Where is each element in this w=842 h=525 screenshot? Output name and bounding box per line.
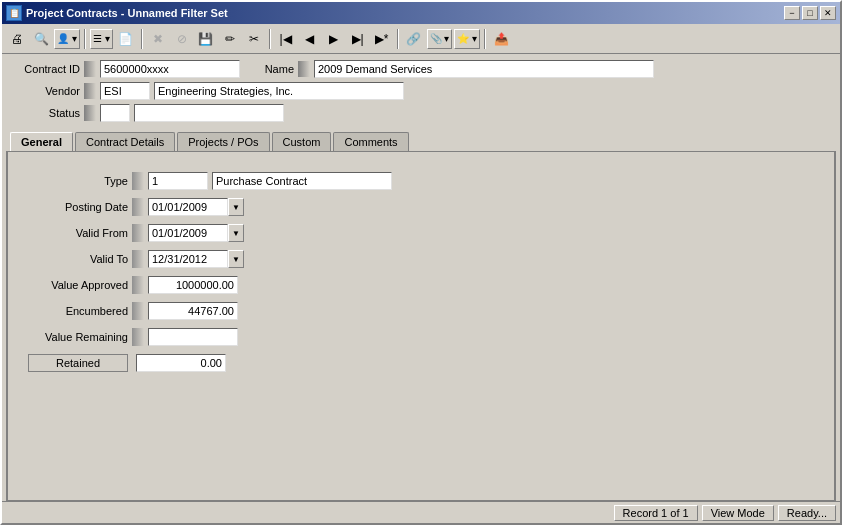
minimize-button[interactable]: − — [784, 6, 800, 20]
title-bar-left: 📋 Project Contracts - Unnamed Filter Set — [6, 5, 228, 21]
delete-button[interactable]: ✖ — [147, 28, 169, 50]
title-controls: − □ ✕ — [784, 6, 836, 20]
vendor-code-input[interactable] — [100, 82, 150, 100]
list-dropdown[interactable]: ☰ ▾ — [90, 29, 113, 49]
value-approved-label: Value Approved — [28, 279, 128, 291]
type-divider — [132, 172, 144, 190]
sep2 — [141, 29, 143, 49]
tabs-bar: General Contract Details Projects / POs … — [2, 132, 840, 151]
vendor-label: Vendor — [10, 85, 80, 97]
last-record-button[interactable]: ▶| — [347, 28, 369, 50]
posting-date-row: Posting Date ▼ — [28, 198, 814, 216]
general-form: Type Posting Date ▼ Valid From — [8, 162, 834, 390]
cut-button[interactable]: ✂ — [243, 28, 265, 50]
tab-comments[interactable]: Comments — [333, 132, 408, 151]
new-record-button[interactable]: ▶* — [371, 28, 393, 50]
type-label: Type — [28, 175, 128, 187]
preview-button[interactable]: 🔍 — [30, 28, 52, 50]
valid-to-dropdown[interactable]: ▼ — [228, 250, 244, 268]
view-mode-indicator: View Mode — [702, 505, 774, 521]
app-icon: 📋 — [6, 5, 22, 21]
posting-date-divider — [132, 198, 144, 216]
vendor-name-input[interactable] — [154, 82, 404, 100]
vendor-divider — [84, 83, 96, 99]
contract-id-input[interactable] — [100, 60, 240, 78]
encumbered-input[interactable] — [148, 302, 238, 320]
value-remaining-divider — [132, 328, 144, 346]
type-num-input[interactable] — [148, 172, 208, 190]
valid-from-label: Valid From — [28, 227, 128, 239]
posting-date-label: Posting Date — [28, 201, 128, 213]
tab-content-general: Type Posting Date ▼ Valid From — [6, 151, 836, 501]
posting-date-input[interactable] — [148, 198, 228, 216]
contract-id-row: Contract ID Name — [10, 60, 832, 78]
valid-to-divider — [132, 250, 144, 268]
status-label: Status — [10, 107, 80, 119]
sep4 — [397, 29, 399, 49]
value-approved-row: Value Approved — [28, 276, 814, 294]
sep1 — [84, 29, 86, 49]
tab-projects-pos[interactable]: Projects / POs — [177, 132, 269, 151]
name-divider — [298, 61, 310, 77]
type-row: Type — [28, 172, 814, 190]
valid-to-row: Valid To ▼ — [28, 250, 814, 268]
toolbar: 🖨 🔍 👤 ▾ ☰ ▾ 📄 ✖ ⊘ 💾 ✏ ✂ |◀ ◀ ▶ ▶| ▶* 🔗 📎… — [2, 24, 840, 54]
valid-from-input[interactable] — [148, 224, 228, 242]
status-code-input[interactable] — [100, 104, 130, 122]
status-divider — [84, 105, 96, 121]
name-input[interactable] — [314, 60, 654, 78]
export-button[interactable]: 📤 — [490, 28, 512, 50]
user-dropdown[interactable]: 👤 ▾ — [54, 29, 80, 49]
valid-to-group: ▼ — [148, 250, 244, 268]
edit-button[interactable]: ✏ — [219, 28, 241, 50]
value-remaining-label: Value Remaining — [28, 331, 128, 343]
value-remaining-row: Value Remaining — [28, 328, 814, 346]
save-button[interactable]: 💾 — [195, 28, 217, 50]
status-desc-input[interactable] — [134, 104, 284, 122]
valid-to-input[interactable] — [148, 250, 228, 268]
encumbered-label: Encumbered — [28, 305, 128, 317]
main-window: 📋 Project Contracts - Unnamed Filter Set… — [0, 0, 842, 525]
retained-label: Retained — [28, 354, 128, 372]
tab-contract-details[interactable]: Contract Details — [75, 132, 175, 151]
print-button[interactable]: 🖨 — [6, 28, 28, 50]
maximize-button[interactable]: □ — [802, 6, 818, 20]
encumbered-row: Encumbered — [28, 302, 814, 320]
contract-id-divider — [84, 61, 96, 77]
posting-date-group: ▼ — [148, 198, 244, 216]
vendor-row: Vendor — [10, 82, 832, 100]
doc-button[interactable]: 📄 — [115, 28, 137, 50]
retained-row: Retained — [28, 354, 814, 372]
star-dropdown[interactable]: ⭐ ▾ — [454, 29, 480, 49]
contract-id-label: Contract ID — [10, 63, 80, 75]
valid-from-divider — [132, 224, 144, 242]
header-form: Contract ID Name Vendor Status — [2, 54, 840, 132]
valid-from-group: ▼ — [148, 224, 244, 242]
tab-custom[interactable]: Custom — [272, 132, 332, 151]
link-button[interactable]: 🔗 — [403, 28, 425, 50]
value-approved-divider — [132, 276, 144, 294]
prev-record-button[interactable]: ◀ — [299, 28, 321, 50]
window-title: Project Contracts - Unnamed Filter Set — [26, 7, 228, 19]
tab-general[interactable]: General — [10, 132, 73, 151]
close-button[interactable]: ✕ — [820, 6, 836, 20]
next-record-button[interactable]: ▶ — [323, 28, 345, 50]
sep3 — [269, 29, 271, 49]
type-text-input[interactable] — [212, 172, 392, 190]
encumbered-divider — [132, 302, 144, 320]
title-bar: 📋 Project Contracts - Unnamed Filter Set… — [2, 2, 840, 24]
value-approved-input[interactable] — [148, 276, 238, 294]
valid-to-label: Valid To — [28, 253, 128, 265]
attach-dropdown[interactable]: 📎 ▾ — [427, 29, 453, 49]
cancel-button[interactable]: ⊘ — [171, 28, 193, 50]
valid-from-dropdown[interactable]: ▼ — [228, 224, 244, 242]
valid-from-row: Valid From ▼ — [28, 224, 814, 242]
sep5 — [484, 29, 486, 49]
value-remaining-input[interactable] — [148, 328, 238, 346]
first-record-button[interactable]: |◀ — [275, 28, 297, 50]
status-row: Status — [10, 104, 832, 122]
name-label: Name — [244, 63, 294, 75]
retained-input[interactable] — [136, 354, 226, 372]
posting-date-dropdown[interactable]: ▼ — [228, 198, 244, 216]
ready-indicator: Ready... — [778, 505, 836, 521]
